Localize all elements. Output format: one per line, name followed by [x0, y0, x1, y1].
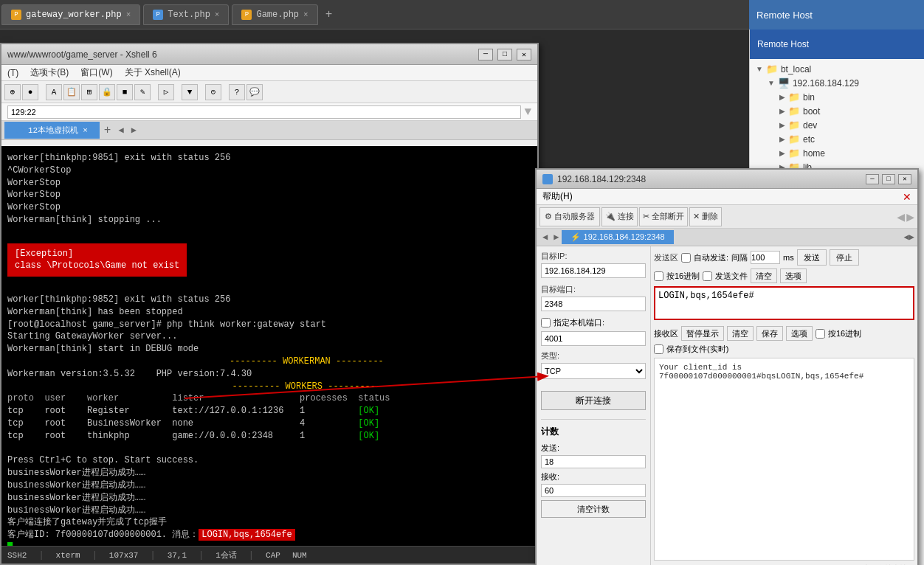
tb-btn-2[interactable]: ● [22, 84, 38, 100]
autosend-label: 自动发送: [694, 252, 728, 263]
tb-btn-13[interactable]: 💬 [246, 84, 263, 100]
conn-tab-icon: ⚡ [570, 232, 581, 241]
save-file-checkbox[interactable] [654, 344, 663, 354]
send-input[interactable]: LOGIN,bqs,1654efe# [654, 286, 914, 320]
tb-auto-server[interactable]: ⚙ 自动服务器 [539, 207, 600, 226]
status-session: 1会话 [216, 550, 237, 561]
clear-receive-btn[interactable]: 清空 [727, 326, 754, 341]
netassist-maximize[interactable]: □ [882, 174, 895, 184]
xshell-add-tab[interactable]: + [101, 124, 114, 137]
dir-bin: bin [803, 92, 815, 103]
tree-dir-etc[interactable]: ▶ 📁 etc [776, 132, 921, 146]
address-input[interactable]: 129:22 [7, 105, 521, 119]
local-port-input[interactable] [541, 331, 646, 346]
status-ssh: SSH2 [7, 551, 27, 560]
tb-btn-3[interactable]: A [46, 84, 62, 100]
sendfile-checkbox[interactable] [703, 271, 712, 281]
local-machine-checkbox[interactable] [541, 318, 551, 327]
tb-btn-8[interactable]: ✎ [134, 84, 151, 100]
tb-connect[interactable]: 🔌 连接 [601, 207, 638, 226]
tab-close-game[interactable]: × [303, 10, 308, 19]
tab-gateway-worker[interactable]: P gateway_worker.php × [1, 4, 140, 25]
interval-input[interactable] [751, 251, 780, 264]
tree-ip-node[interactable]: ▼ 🖥️ 192.168.184.129 [765, 76, 921, 90]
tab-close-gateway[interactable]: × [126, 10, 131, 19]
tb-btn-5[interactable]: ⊞ [81, 84, 97, 100]
target-ip-input[interactable] [541, 263, 646, 278]
options-send-btn[interactable]: 选项 [780, 268, 807, 283]
tab-close-text[interactable]: × [215, 10, 220, 19]
address-dropdown[interactable]: ▼ [524, 105, 531, 119]
clear-count-btn[interactable]: 清空计数 [541, 500, 646, 518]
clear-send-btn[interactable]: 清空 [751, 268, 777, 283]
pause-btn[interactable]: 暂停显示 [681, 326, 724, 341]
term-line-7 [7, 226, 531, 239]
hex16-send-checkbox[interactable] [654, 271, 663, 281]
menu-tab[interactable]: 选项卡(B) [30, 66, 69, 79]
tab-game-php[interactable]: P Game.php × [232, 4, 317, 25]
tb-btn-10[interactable]: ▼ [182, 84, 198, 100]
netassist-main-content: 目标IP: 目标端口: 指定本机端口: 类型: TCP UDP [537, 246, 917, 565]
session-tab-close[interactable]: × [83, 126, 88, 135]
session-indicator [16, 127, 24, 134]
xshell-maximize-btn[interactable]: □ [497, 49, 512, 60]
netassist-title-text: 192.168.184.129:2348 [542, 174, 646, 184]
menu-about[interactable]: 关于 Xshell(A) [125, 66, 181, 79]
tree-dir-bin[interactable]: ▶ 📁 bin [776, 90, 921, 104]
tree-dir-home[interactable]: ▶ 📁 home [776, 146, 921, 160]
add-tab-button[interactable]: + [320, 5, 339, 24]
menu-t[interactable]: (T) [7, 68, 18, 78]
send-btn[interactable]: 发送 [797, 249, 827, 266]
tb-disconnect-all[interactable]: ✂ 全部断开 [639, 207, 688, 226]
nav-arrows[interactable]: ◀▶ [904, 232, 914, 243]
menu-help[interactable]: 帮助(H) [542, 190, 573, 203]
term-line-15 [7, 443, 531, 455]
tb-btn-12[interactable]: ? [229, 84, 245, 100]
xshell-title: www/wwwroot/game_server - Xshell 6 [7, 49, 157, 60]
netassist-icon [542, 174, 553, 184]
xshell-close-btn[interactable]: ✕ [517, 49, 531, 60]
tb-btn-1[interactable]: ⊕ [4, 84, 21, 100]
type-select[interactable]: TCP UDP [541, 363, 646, 379]
menu-close-x[interactable]: ✕ [903, 191, 911, 203]
receive-count-row: 接收: 60 [541, 471, 646, 497]
tb-arrow-left[interactable]: ◀ [897, 209, 905, 225]
tb-btn-11[interactable]: ⊝ [205, 84, 221, 100]
xshell-minimize-btn[interactable]: ─ [478, 49, 493, 60]
conn-tab-pin[interactable]: ◀ [539, 232, 551, 243]
ms-label: ms [783, 253, 794, 262]
save-btn[interactable]: 保存 [756, 326, 783, 341]
netassist-close[interactable]: ✕ [898, 174, 911, 184]
options-receive-btn[interactable]: 选项 [786, 326, 813, 341]
server-name: bt_local [781, 64, 811, 74]
tree-arrow-etc: ▶ [779, 135, 785, 143]
tb-btn-7[interactable]: ■ [117, 84, 133, 100]
nav-right[interactable]: ▶ [128, 125, 139, 136]
tree-server-root[interactable]: ▼ 📁 bt_local [753, 62, 921, 76]
xshell-session-tab[interactable]: 12本地虚拟机 × [4, 122, 100, 139]
term-error-box: [Exception] class \Protocols\Game not ex… [7, 243, 187, 277]
tree-dir-boot[interactable]: ▶ 📁 boot [776, 104, 921, 118]
target-port-input[interactable] [541, 297, 646, 311]
tb-btn-9[interactable]: ▷ [158, 84, 174, 100]
tb-btn-4[interactable]: 📋 [63, 84, 80, 100]
xshell-tabs-bar: 12本地虚拟机 × + ◀ ▶ [1, 121, 537, 140]
nav-left[interactable]: ◀ [115, 125, 126, 136]
netassist-minimize[interactable]: ─ [866, 174, 879, 184]
tb-delete[interactable]: ✕ 删除 [689, 207, 722, 226]
php-icon: P [11, 10, 21, 20]
conn-tab-192[interactable]: ⚡ 192.168.184.129:2348 [562, 230, 673, 244]
menu-window[interactable]: 窗口(W) [80, 66, 112, 79]
tab-text-php[interactable]: P Text.php × [143, 4, 229, 25]
disconnect-btn[interactable]: 断开连接 [541, 391, 646, 410]
tb-btn-6[interactable]: 🔒 [99, 84, 115, 100]
hex16-receive-checkbox[interactable] [816, 329, 825, 339]
tb-arrow-right[interactable]: ▶ [906, 209, 914, 225]
autosend-checkbox[interactable] [681, 253, 691, 263]
conn-tab-unpin[interactable]: ▶ [551, 232, 562, 243]
term-line-11: [root@localhost game_server]# php think … [7, 319, 531, 331]
netassist-menubar: 帮助(H) ✕ [537, 189, 917, 205]
stop-btn[interactable]: 停止 [830, 249, 859, 266]
hex16-receive-label: 按16进制 [828, 328, 861, 339]
tree-dir-dev[interactable]: ▶ 📁 dev [776, 118, 921, 132]
